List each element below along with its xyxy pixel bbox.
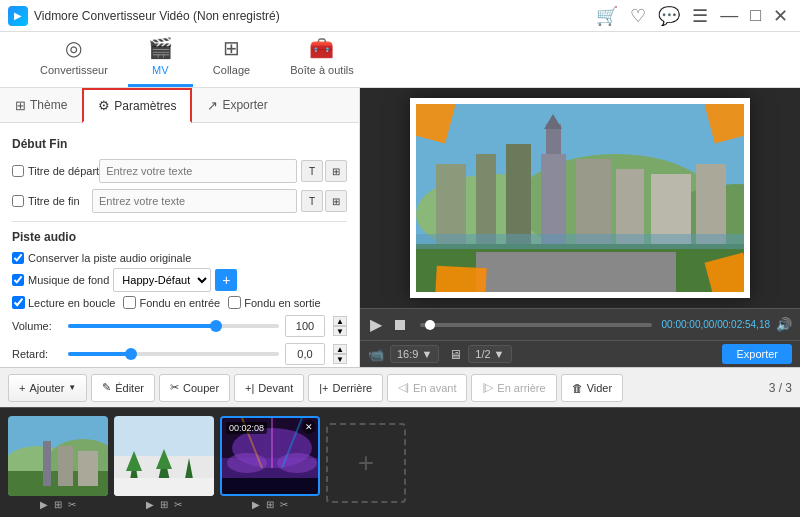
titre-depart-text-icon[interactable]: T [301, 160, 323, 182]
clip-item-2: ▶⊞✂ [114, 416, 214, 510]
titre-depart-checkbox[interactable] [12, 165, 24, 177]
heart-icon[interactable]: ♡ [626, 1, 650, 31]
conserver-label[interactable]: Conserver la piste audio originale [12, 252, 191, 264]
titre-fin-input[interactable] [92, 189, 297, 213]
retard-down-btn[interactable]: ▼ [333, 354, 347, 364]
musique-fond-add-btn[interactable]: + [215, 269, 237, 291]
clip-thumb-2[interactable] [114, 416, 214, 496]
volume-up-btn[interactable]: ▲ [333, 316, 347, 326]
bottom-toolbar: + Ajouter ▼ ✎ Éditer ✂ Couper +| Devant … [0, 367, 800, 407]
title-bar: ▶ Vidmore Convertisseur Vidéo (Non enreg… [0, 0, 800, 32]
retard-spinner[interactable]: ▲ ▼ [333, 344, 347, 364]
nav-mv[interactable]: 🎬 MV [128, 30, 193, 87]
clip-1-icons: ▶⊞✂ [8, 499, 108, 510]
tab-parametres[interactable]: ⚙ Paramètres [82, 88, 192, 123]
volume-track[interactable] [68, 324, 279, 328]
title-controls[interactable]: 🛒 ♡ 💬 ☰ — □ ✕ [592, 1, 792, 31]
retard-thumb[interactable] [125, 348, 137, 360]
tab-theme-label: Thème [30, 98, 67, 112]
musique-fond-checkbox[interactable] [12, 274, 24, 286]
volume-label: Volume: [12, 320, 62, 332]
add-clip-btn[interactable]: + [326, 423, 406, 503]
play-btn[interactable]: ▶ [368, 313, 384, 336]
derriere-btn[interactable]: |+ Derrière [308, 374, 383, 402]
svg-rect-40 [222, 478, 320, 496]
svg-rect-6 [506, 144, 531, 244]
musique-fond-select[interactable]: Happy-Défaut [113, 268, 211, 292]
timeline-bar[interactable] [420, 323, 652, 327]
chat-icon[interactable]: 💬 [654, 1, 684, 31]
titre-fin-grid-icon[interactable]: ⊞ [325, 190, 347, 212]
titre-depart-label[interactable]: Titre de départ [12, 165, 99, 177]
volume-icon[interactable]: 🔊 [776, 317, 792, 332]
clip-thumb-3[interactable]: 00:02:08 ✕ [220, 416, 320, 496]
retard-up-btn[interactable]: ▲ [333, 344, 347, 354]
svg-rect-31 [114, 478, 214, 496]
ajouter-btn[interactable]: + Ajouter ▼ [8, 374, 87, 402]
fondu-sortie-option[interactable]: Fondu en sortie [228, 296, 320, 309]
clip-thumb-1[interactable] [8, 416, 108, 496]
titre-fin-text-icon[interactable]: T [301, 190, 323, 212]
couper-btn[interactable]: ✂ Couper [159, 374, 230, 402]
time-display: 00:00:00,00/00:02:54,18 [662, 319, 770, 330]
fondu-sortie-checkbox[interactable] [228, 296, 241, 309]
couper-icon: ✂ [170, 381, 179, 394]
export-btn[interactable]: Exporter [722, 344, 792, 364]
nav-collage[interactable]: ⊞ Collage [193, 30, 270, 87]
clip-2-icons: ▶⊞✂ [114, 499, 214, 510]
collage-icon: ⊞ [223, 36, 240, 60]
titre-fin-checkbox[interactable] [12, 195, 24, 207]
timeline-position [425, 320, 435, 330]
lecture-boucle-checkbox[interactable] [12, 296, 25, 309]
volume-spinner[interactable]: ▲ ▼ [333, 316, 347, 336]
vider-icon: 🗑 [572, 382, 583, 394]
conserver-checkbox[interactable] [12, 252, 24, 264]
split-btn[interactable]: 1/2 ▼ [468, 345, 511, 363]
mv-icon: 🎬 [148, 36, 173, 60]
nav-convertisseur-label: Convertisseur [40, 64, 108, 76]
clip-3-icons: ▶⊞✂ [220, 499, 320, 510]
nav-boite[interactable]: 🧰 Boîte à outils [270, 30, 374, 87]
clip-item-1: ▶⊞✂ [8, 416, 108, 510]
cart-icon[interactable]: 🛒 [592, 1, 622, 31]
titre-depart-input[interactable] [99, 159, 297, 183]
retard-track[interactable] [68, 352, 279, 356]
ratio-btn[interactable]: 16:9 ▼ [390, 345, 439, 363]
app-icon: ▶ [8, 6, 28, 26]
left-panel: ⊞ Thème ⚙ Paramètres ↗ Exporter Début Fi… [0, 88, 360, 367]
menu-icon[interactable]: ☰ [688, 1, 712, 31]
boite-icon: 🧰 [309, 36, 334, 60]
tab-exporter-label: Exporter [222, 98, 267, 112]
close-btn[interactable]: ✕ [769, 1, 792, 31]
nav-convertisseur[interactable]: ◎ Convertisseur [20, 30, 128, 87]
volume-thumb[interactable] [210, 320, 222, 332]
video-icon: 📹 [368, 347, 384, 362]
stop-btn[interactable]: ⏹ [390, 314, 410, 336]
svg-rect-22 [58, 446, 73, 486]
vider-btn[interactable]: 🗑 Vider [561, 374, 623, 402]
minimize-btn[interactable]: — [716, 1, 742, 31]
titre-depart-grid-icon[interactable]: ⊞ [325, 160, 347, 182]
page-count: 3 / 3 [769, 381, 792, 395]
svg-rect-21 [43, 441, 51, 486]
volume-row: Volume: 100 ▲ ▼ [12, 315, 347, 337]
volume-down-btn[interactable]: ▼ [333, 326, 347, 336]
conserver-row: Conserver la piste audio originale [12, 252, 347, 264]
titre-fin-label[interactable]: Titre de fin [12, 195, 92, 207]
lecture-boucle-option[interactable]: Lecture en boucle [12, 296, 115, 309]
clip-3-close[interactable]: ✕ [302, 420, 316, 434]
maximize-btn[interactable]: □ [746, 1, 765, 31]
fondu-entree-checkbox[interactable] [123, 296, 136, 309]
editer-btn[interactable]: ✎ Éditer [91, 374, 155, 402]
svg-rect-15 [476, 252, 676, 292]
tab-exporter[interactable]: ↗ Exporter [192, 88, 282, 122]
tab-theme[interactable]: ⊞ Thème [0, 88, 82, 122]
section-debut-fin: Début Fin [12, 137, 347, 151]
svg-rect-23 [78, 451, 98, 486]
editer-icon: ✎ [102, 381, 111, 394]
fondu-entree-option[interactable]: Fondu en entrée [123, 296, 220, 309]
ajouter-arrow: ▼ [68, 383, 76, 392]
musique-fond-label[interactable]: Musique de fond [12, 274, 109, 286]
svg-rect-4 [436, 164, 466, 244]
devant-btn[interactable]: +| Devant [234, 374, 304, 402]
